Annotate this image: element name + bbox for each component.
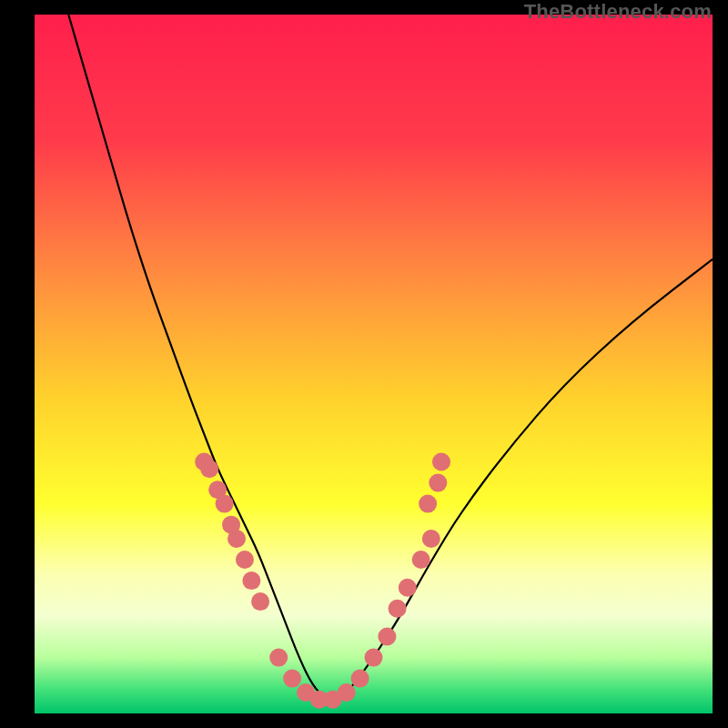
data-point (216, 495, 234, 513)
data-point (429, 474, 447, 492)
data-point (269, 649, 288, 667)
bottleneck-chart (35, 15, 713, 713)
data-point (283, 670, 301, 688)
data-point (228, 530, 246, 548)
data-point (378, 628, 396, 646)
data-point (412, 551, 430, 569)
data-point (242, 571, 260, 590)
data-point (432, 453, 450, 471)
data-point (251, 592, 269, 611)
data-point (338, 683, 356, 702)
data-point (351, 670, 369, 688)
data-point (399, 579, 417, 597)
plot-area (35, 15, 713, 713)
data-point (236, 551, 254, 569)
data-point (419, 495, 437, 513)
data-point (365, 649, 383, 667)
gradient-background (35, 15, 713, 713)
data-point (200, 460, 218, 478)
data-point (389, 600, 407, 618)
chart-frame: TheBottleneck.com (0, 0, 728, 728)
watermark-text: TheBottleneck.com (524, 0, 712, 24)
data-point (422, 530, 440, 548)
